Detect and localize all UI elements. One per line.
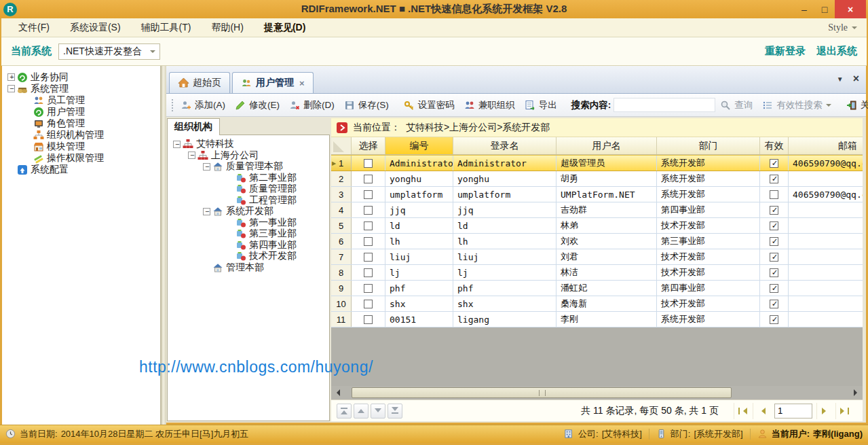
menu-file[interactable]: 文件(F) bbox=[8, 18, 60, 37]
org-node-unit[interactable]: 第一事业部 bbox=[168, 217, 329, 229]
col-email[interactable]: 邮箱 bbox=[789, 137, 863, 154]
tab-strip-close-icon[interactable]: × bbox=[853, 73, 859, 85]
cell-valid[interactable] bbox=[760, 265, 789, 280]
validity-search-button[interactable]: 有效性搜索 bbox=[757, 96, 836, 114]
add-button[interactable]: 添加(A) bbox=[176, 96, 230, 114]
next-page-button[interactable] bbox=[816, 403, 834, 419]
row-select-cell[interactable] bbox=[352, 202, 385, 217]
table-row[interactable]: 10 shx shx 桑海新 技术开发部 bbox=[331, 296, 863, 312]
table-row[interactable]: 4 jjq jjq 吉劲群 第四事业部 bbox=[331, 202, 863, 218]
row-select-cell[interactable] bbox=[352, 281, 385, 296]
menu-system-settings[interactable]: 系统设置(S) bbox=[60, 18, 131, 37]
org-node-dept[interactable]: 系统开发部 bbox=[168, 206, 329, 217]
org-node-company[interactable]: 艾特科技 bbox=[168, 139, 329, 150]
select-checkbox[interactable] bbox=[364, 253, 373, 262]
valid-checkbox[interactable] bbox=[770, 206, 778, 215]
nav-item-system-config[interactable]: 系统配置 bbox=[2, 164, 160, 175]
cell-valid[interactable] bbox=[760, 281, 789, 296]
org-node-dept[interactable]: 质量管理本部 bbox=[168, 161, 329, 173]
last-page-button[interactable] bbox=[835, 403, 853, 419]
tab-list-dropdown-icon[interactable]: ▼ bbox=[837, 75, 844, 83]
nav-item-permission-mgmt[interactable]: 操作权限管理 bbox=[2, 152, 160, 164]
tree-next-button[interactable] bbox=[371, 404, 385, 419]
table-row[interactable]: 11 00151 ligang 李刚 系统开发部 bbox=[331, 312, 863, 327]
tree-prev-button[interactable] bbox=[354, 404, 369, 419]
prev-page-button[interactable] bbox=[753, 403, 770, 419]
select-checkbox[interactable] bbox=[364, 300, 373, 308]
table-row[interactable]: 3 umplatform umplatform UMPlatForm.NET 系… bbox=[331, 187, 863, 202]
table-row[interactable]: 2 yonghu yonghu 胡勇 系统开发部 bbox=[331, 171, 863, 187]
select-checkbox[interactable] bbox=[364, 237, 373, 246]
table-row[interactable]: 9 phf phf 潘虹妃 第四事业部 bbox=[331, 281, 863, 296]
cell-valid[interactable] bbox=[760, 296, 789, 311]
nav-item-role-mgmt[interactable]: 角色管理 bbox=[2, 118, 160, 129]
tree-first-button[interactable] bbox=[337, 404, 352, 419]
org-node-branch[interactable]: 上海分公司 bbox=[168, 150, 329, 162]
select-checkbox[interactable] bbox=[364, 206, 373, 215]
row-select-cell[interactable] bbox=[352, 218, 385, 233]
valid-checkbox[interactable] bbox=[770, 284, 778, 293]
collapse-icon[interactable] bbox=[203, 163, 210, 171]
scrollbar-thumb[interactable] bbox=[352, 387, 732, 398]
valid-checkbox[interactable] bbox=[770, 175, 778, 183]
save-button[interactable]: 保存(S) bbox=[339, 96, 394, 114]
col-id[interactable]: 编号 bbox=[385, 137, 453, 154]
valid-checkbox[interactable] bbox=[770, 159, 778, 168]
row-select-cell[interactable] bbox=[352, 187, 385, 202]
org-node-unit[interactable]: 第四事业部 bbox=[168, 240, 329, 251]
col-select[interactable]: 选择 bbox=[352, 137, 385, 154]
col-dept[interactable]: 部门 bbox=[657, 137, 760, 154]
org-node-unit[interactable]: 技术开发部 bbox=[168, 251, 329, 262]
tab-user-mgmt[interactable]: 用户管理 × bbox=[232, 72, 314, 93]
exit-system-link[interactable]: 退出系统 bbox=[816, 45, 857, 58]
valid-checkbox[interactable] bbox=[770, 190, 778, 199]
tab-close-icon[interactable]: × bbox=[299, 78, 305, 88]
cell-valid[interactable] bbox=[760, 171, 789, 186]
collapse-icon[interactable] bbox=[203, 208, 210, 215]
org-node-unit[interactable]: 第三事业部 bbox=[168, 228, 329, 240]
query-button[interactable]: 查询 bbox=[715, 96, 757, 114]
valid-checkbox[interactable] bbox=[770, 253, 778, 262]
menu-tools[interactable]: 辅助工具(T) bbox=[131, 18, 202, 37]
row-select-cell[interactable] bbox=[352, 312, 385, 327]
row-select-cell[interactable] bbox=[352, 265, 385, 280]
search-input[interactable] bbox=[614, 98, 715, 112]
table-row[interactable]: 6 lh lh 刘欢 第三事业部 bbox=[331, 234, 863, 249]
delete-button[interactable]: 删除(D) bbox=[284, 96, 339, 114]
cell-valid[interactable] bbox=[760, 249, 789, 264]
select-checkbox[interactable] bbox=[364, 315, 373, 324]
collapse-icon[interactable] bbox=[173, 141, 181, 148]
edit-button[interactable]: 修改(E) bbox=[230, 96, 284, 114]
select-all-corner[interactable] bbox=[331, 137, 352, 154]
collapse-icon[interactable] bbox=[7, 85, 15, 92]
org-node-unit[interactable]: 工程管理部 bbox=[168, 195, 329, 207]
select-checkbox[interactable] bbox=[364, 159, 373, 168]
org-node-unit[interactable]: 质量管理部 bbox=[168, 183, 329, 195]
maximize-button[interactable]: □ bbox=[814, 0, 835, 18]
minimize-button[interactable]: – bbox=[794, 0, 814, 18]
valid-checkbox[interactable] bbox=[770, 300, 778, 308]
tree-last-button[interactable] bbox=[388, 404, 402, 419]
select-checkbox[interactable] bbox=[364, 268, 373, 277]
scroll-left-icon[interactable] bbox=[331, 386, 342, 399]
cell-valid[interactable] bbox=[760, 202, 789, 217]
select-checkbox[interactable] bbox=[364, 221, 373, 230]
set-password-button[interactable]: 设置密码 bbox=[399, 96, 459, 114]
col-username[interactable]: 用户名 bbox=[556, 137, 657, 154]
nav-item-system-mgmt[interactable]: 系统管理 bbox=[2, 83, 160, 94]
valid-checkbox[interactable] bbox=[770, 315, 778, 324]
close-tab-button[interactable]: 关闭 bbox=[842, 96, 868, 114]
horizontal-scrollbar[interactable] bbox=[331, 386, 863, 399]
table-row[interactable]: 7 liuj liuj 刘君 技术开发部 bbox=[331, 249, 863, 265]
cell-valid[interactable] bbox=[760, 156, 789, 171]
select-checkbox[interactable] bbox=[364, 190, 373, 199]
scroll-right-icon[interactable] bbox=[852, 386, 863, 399]
page-number-input[interactable] bbox=[774, 404, 812, 419]
org-structure-tab[interactable]: 组织机构 bbox=[167, 118, 220, 135]
valid-checkbox[interactable] bbox=[770, 221, 778, 230]
relogin-link[interactable]: 重新登录 bbox=[765, 45, 806, 58]
nav-item-employee-mgmt[interactable]: 员工管理 bbox=[2, 94, 160, 106]
first-page-button[interactable] bbox=[734, 403, 751, 419]
cell-valid[interactable] bbox=[760, 234, 789, 249]
valid-checkbox[interactable] bbox=[770, 268, 778, 277]
